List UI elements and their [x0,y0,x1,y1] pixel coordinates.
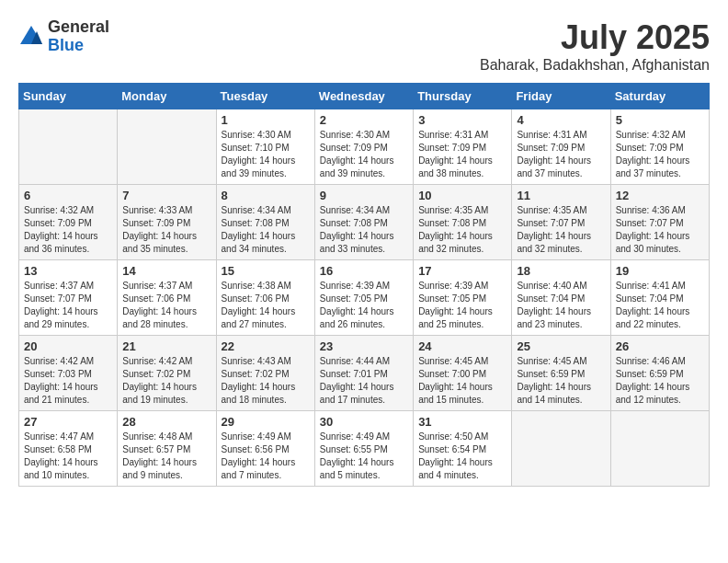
day-info: Sunrise: 4:46 AMSunset: 6:59 PMDaylight:… [616,355,704,407]
day-number: 9 [320,189,408,202]
day-info: Sunrise: 4:40 AMSunset: 7:04 PMDaylight:… [517,280,605,331]
day-number: 21 [122,339,210,353]
table-row: 21Sunrise: 4:42 AMSunset: 7:02 PMDayligh… [118,336,216,411]
col-thursday: Thursday [414,84,512,109]
calendar-week-row: 1Sunrise: 4:30 AMSunset: 7:10 PMDaylight… [19,109,710,185]
day-number: 25 [517,339,605,353]
day-number: 29 [222,415,310,429]
day-number: 23 [320,339,408,353]
day-number: 30 [320,415,408,429]
table-row: 11Sunrise: 4:35 AMSunset: 7:07 PMDayligh… [512,185,610,260]
day-info: Sunrise: 4:32 AMSunset: 7:09 PMDaylight:… [616,129,704,180]
table-row: 5Sunrise: 4:32 AMSunset: 7:09 PMDaylight… [610,109,709,185]
day-info: Sunrise: 4:30 AMSunset: 7:10 PMDaylight:… [222,129,310,180]
day-number: 18 [517,264,605,278]
table-row: 17Sunrise: 4:39 AMSunset: 7:05 PMDayligh… [414,260,512,336]
day-info: Sunrise: 4:41 AMSunset: 7:04 PMDaylight:… [616,280,704,331]
table-row [118,109,216,185]
page-header: General Blue July 2025 Baharak, Badakhsh… [18,18,710,74]
day-number: 12 [616,189,704,202]
day-info: Sunrise: 4:34 AMSunset: 7:08 PMDaylight:… [320,204,408,256]
day-info: Sunrise: 4:35 AMSunset: 7:08 PMDaylight:… [418,204,506,256]
day-info: Sunrise: 4:34 AMSunset: 7:08 PMDaylight:… [222,204,310,256]
day-number: 8 [222,189,310,202]
day-number: 10 [418,189,506,202]
day-info: Sunrise: 4:31 AMSunset: 7:09 PMDaylight:… [517,129,605,180]
day-info: Sunrise: 4:30 AMSunset: 7:09 PMDaylight:… [320,129,408,180]
day-number: 17 [418,264,506,278]
day-number: 7 [122,189,210,202]
table-row: 13Sunrise: 4:37 AMSunset: 7:07 PMDayligh… [19,260,118,336]
day-info: Sunrise: 4:48 AMSunset: 6:57 PMDaylight:… [122,431,210,482]
day-info: Sunrise: 4:45 AMSunset: 7:00 PMDaylight:… [418,355,506,407]
table-row: 8Sunrise: 4:34 AMSunset: 7:08 PMDaylight… [216,185,314,260]
table-row [19,109,118,185]
day-number: 6 [24,189,112,202]
col-saturday: Saturday [610,84,709,109]
col-monday: Monday [118,84,216,109]
day-info: Sunrise: 4:45 AMSunset: 6:59 PMDaylight:… [517,355,605,407]
calendar-header-row: Sunday Monday Tuesday Wednesday Thursday… [19,84,710,109]
day-info: Sunrise: 4:50 AMSunset: 6:54 PMDaylight:… [418,431,506,482]
day-number: 26 [616,339,704,353]
day-number: 15 [222,264,310,278]
col-tuesday: Tuesday [216,84,314,109]
day-info: Sunrise: 4:43 AMSunset: 7:02 PMDaylight:… [222,355,310,407]
col-friday: Friday [512,84,610,109]
table-row: 12Sunrise: 4:36 AMSunset: 7:07 PMDayligh… [610,185,709,260]
table-row: 6Sunrise: 4:32 AMSunset: 7:09 PMDaylight… [19,185,118,260]
calendar-week-row: 6Sunrise: 4:32 AMSunset: 7:09 PMDaylight… [19,185,710,260]
logo-blue-text: Blue [48,37,109,55]
calendar-table: Sunday Monday Tuesday Wednesday Thursday… [18,83,710,487]
day-number: 22 [222,339,310,353]
day-info: Sunrise: 4:36 AMSunset: 7:07 PMDaylight:… [616,204,704,256]
table-row: 10Sunrise: 4:35 AMSunset: 7:08 PMDayligh… [414,185,512,260]
day-number: 4 [517,113,605,127]
table-row: 24Sunrise: 4:45 AMSunset: 7:00 PMDayligh… [414,336,512,411]
table-row: 4Sunrise: 4:31 AMSunset: 7:09 PMDaylight… [512,109,610,185]
logo: General Blue [18,18,109,55]
day-number: 13 [24,264,112,278]
logo-general-text: General [48,18,109,37]
day-info: Sunrise: 4:49 AMSunset: 6:56 PMDaylight:… [222,431,310,482]
table-row: 1Sunrise: 4:30 AMSunset: 7:10 PMDaylight… [216,109,314,185]
table-row: 25Sunrise: 4:45 AMSunset: 6:59 PMDayligh… [512,336,610,411]
month-title: July 2025 [480,18,710,57]
table-row: 28Sunrise: 4:48 AMSunset: 6:57 PMDayligh… [118,411,216,487]
table-row: 31Sunrise: 4:50 AMSunset: 6:54 PMDayligh… [414,411,512,487]
table-row: 26Sunrise: 4:46 AMSunset: 6:59 PMDayligh… [610,336,709,411]
day-info: Sunrise: 4:33 AMSunset: 7:09 PMDaylight:… [122,204,210,256]
table-row: 20Sunrise: 4:42 AMSunset: 7:03 PMDayligh… [19,336,118,411]
day-info: Sunrise: 4:32 AMSunset: 7:09 PMDaylight:… [24,204,112,256]
day-info: Sunrise: 4:42 AMSunset: 7:03 PMDaylight:… [24,355,112,407]
day-number: 31 [418,415,506,429]
day-number: 2 [320,113,408,127]
day-number: 20 [24,339,112,353]
table-row: 14Sunrise: 4:37 AMSunset: 7:06 PMDayligh… [118,260,216,336]
table-row: 23Sunrise: 4:44 AMSunset: 7:01 PMDayligh… [314,336,413,411]
col-sunday: Sunday [19,84,118,109]
calendar-week-row: 13Sunrise: 4:37 AMSunset: 7:07 PMDayligh… [19,260,710,336]
day-number: 24 [418,339,506,353]
table-row: 16Sunrise: 4:39 AMSunset: 7:05 PMDayligh… [314,260,413,336]
day-number: 3 [418,113,506,127]
calendar-week-row: 20Sunrise: 4:42 AMSunset: 7:03 PMDayligh… [19,336,710,411]
table-row: 18Sunrise: 4:40 AMSunset: 7:04 PMDayligh… [512,260,610,336]
day-number: 16 [320,264,408,278]
title-area: July 2025 Baharak, Badakhshan, Afghanist… [480,18,710,74]
day-number: 5 [616,113,704,127]
table-row: 30Sunrise: 4:49 AMSunset: 6:55 PMDayligh… [314,411,413,487]
day-info: Sunrise: 4:47 AMSunset: 6:58 PMDaylight:… [24,431,112,482]
table-row: 22Sunrise: 4:43 AMSunset: 7:02 PMDayligh… [216,336,314,411]
day-info: Sunrise: 4:38 AMSunset: 7:06 PMDaylight:… [222,280,310,331]
day-info: Sunrise: 4:37 AMSunset: 7:07 PMDaylight:… [24,280,112,331]
table-row: 29Sunrise: 4:49 AMSunset: 6:56 PMDayligh… [216,411,314,487]
table-row [610,411,709,487]
calendar-week-row: 27Sunrise: 4:47 AMSunset: 6:58 PMDayligh… [19,411,710,487]
table-row: 2Sunrise: 4:30 AMSunset: 7:09 PMDaylight… [314,109,413,185]
day-number: 28 [122,415,210,429]
day-info: Sunrise: 4:31 AMSunset: 7:09 PMDaylight:… [418,129,506,180]
table-row [512,411,610,487]
day-info: Sunrise: 4:37 AMSunset: 7:06 PMDaylight:… [122,280,210,331]
day-number: 11 [517,189,605,202]
